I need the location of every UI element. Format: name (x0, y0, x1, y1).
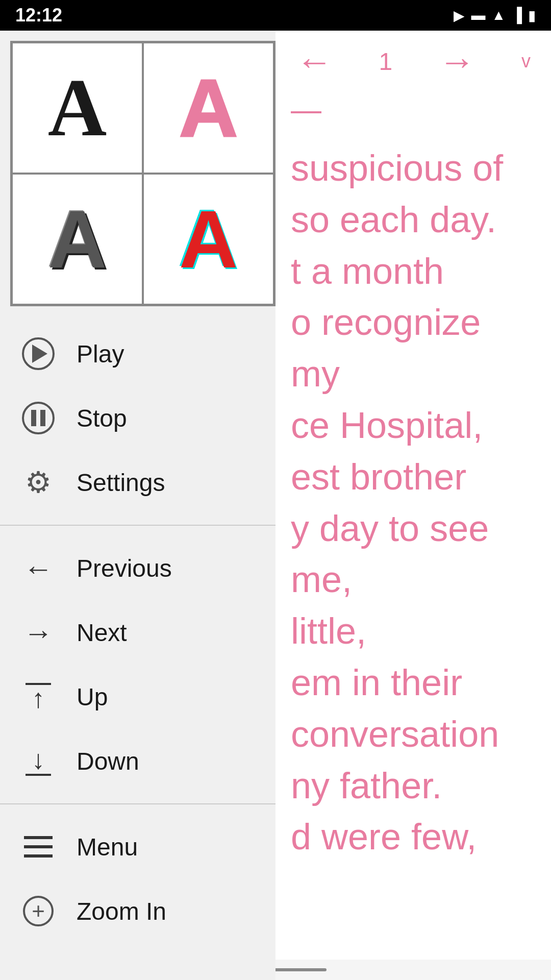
next-menu-item[interactable]: → Next (0, 600, 276, 665)
arrow-down-icon: ↓ (20, 743, 56, 779)
settings-menu-item[interactable]: ⚙ Settings (0, 450, 276, 514)
divider-1 (0, 525, 276, 526)
text-line-6: y day to see me, (291, 503, 536, 606)
next-label: Next (77, 619, 127, 647)
status-icons: ▶ ▬ ▲ ▐ ▮ (454, 7, 536, 24)
battery-icon: ▮ (528, 7, 536, 24)
down-label: Down (77, 747, 139, 775)
play-indicator-icon: ▶ (454, 7, 465, 24)
pause-circle (22, 402, 55, 434)
stop-icon (20, 400, 56, 436)
text-line-10: ny father. (291, 760, 536, 812)
status-bar: 12:12 ▶ ▬ ▲ ▐ ▮ (0, 0, 551, 31)
zoom-in-label: Zoom In (77, 897, 166, 925)
font-sample-plain: A (48, 61, 107, 155)
pause-bar-right (40, 410, 45, 426)
font-style-grid: A A A A (10, 41, 276, 306)
font-cell-dark[interactable]: A (12, 174, 143, 305)
menu-menu-item[interactable]: Menu (0, 815, 276, 879)
font-cell-red[interactable]: A (143, 174, 274, 305)
text-line-0: suspicious of (291, 142, 536, 194)
text-line-7: little, (291, 605, 536, 657)
previous-menu-item[interactable]: ← Previous (0, 536, 276, 600)
down-icon-shape: ↓ (26, 746, 51, 776)
signal-icon: ▐ (512, 7, 522, 23)
play-label: Play (77, 340, 124, 368)
burger-line-2 (24, 845, 53, 848)
reader-panel: ← 1 → v — suspicious of so each day. t a… (276, 31, 551, 980)
text-line-8: em in their (291, 657, 536, 708)
burger-line-1 (24, 836, 53, 839)
play-menu-item[interactable]: Play (0, 322, 276, 386)
menu-label: Menu (77, 833, 138, 861)
play-icon (20, 336, 56, 372)
font-sample-pink: A (179, 61, 238, 155)
play-circle (22, 337, 55, 370)
font-cell-pink[interactable]: A (143, 42, 274, 174)
text-line-3: o recognize my (291, 297, 536, 400)
down-arrow: ↓ (32, 746, 45, 773)
right-arrow-shape: → (23, 616, 53, 650)
reader-next-arrow[interactable]: → (439, 40, 475, 82)
status-time: 12:12 (15, 5, 62, 26)
settings-label: Settings (77, 469, 165, 497)
zoom-in-menu-item[interactable]: + Zoom In (0, 879, 276, 943)
playback-menu: Play Stop ⚙ Settings (0, 316, 276, 520)
reader-page-number: 1 (379, 47, 392, 76)
up-icon-shape: ↑ (26, 682, 51, 712)
navigation-menu: ← Previous → Next ↑ Up ↓ (0, 531, 276, 798)
plus-circle-shape: + (23, 896, 54, 926)
reader-v-indicator: v (521, 51, 531, 72)
reader-prev-arrow[interactable]: ← (296, 40, 333, 82)
font-sample-red: A (179, 192, 238, 286)
text-line-2: t a month (291, 246, 536, 297)
divider-2 (0, 803, 276, 804)
pause-bar-left (31, 410, 36, 426)
pink-dash: — (276, 92, 551, 127)
burger-shape (24, 836, 53, 857)
text-line-4: ce Hospital, (291, 400, 536, 451)
book-text: suspicious of so each day. t a month o r… (276, 132, 551, 873)
text-line-11: d were few, (291, 811, 536, 863)
previous-label: Previous (77, 554, 172, 582)
font-sample-dark: A (48, 192, 107, 286)
left-panel: A A A A Play (0, 31, 276, 980)
stop-menu-item[interactable]: Stop (0, 386, 276, 450)
down-base (26, 774, 51, 776)
arrow-right-icon: → (20, 615, 56, 650)
wifi-icon: ▲ (491, 7, 506, 23)
arrow-left-icon: ← (20, 550, 56, 586)
text-line-1: so each day. (291, 194, 536, 246)
reader-top-bar: ← 1 → v (276, 31, 551, 92)
up-arrow: ↑ (32, 685, 45, 712)
zoom-in-icon: + (20, 893, 56, 929)
text-line-5: est brother (291, 451, 536, 503)
play-triangle-shape (32, 345, 47, 363)
down-menu-item[interactable]: ↓ Down (0, 729, 276, 793)
burger-line-3 (24, 854, 53, 857)
up-menu-item[interactable]: ↑ Up (0, 665, 276, 729)
stop-label: Stop (77, 404, 127, 432)
gear-icon: ⚙ (25, 465, 52, 500)
text-line-9: conversation (291, 708, 536, 760)
pause-bars-shape (31, 410, 45, 426)
extra-menu: Menu + Zoom In (0, 810, 276, 948)
hamburger-icon (20, 829, 56, 865)
up-label: Up (77, 683, 108, 711)
document-icon: ▬ (471, 7, 485, 23)
arrow-up-icon: ↑ (20, 679, 56, 715)
settings-icon: ⚙ (20, 464, 56, 500)
left-arrow-shape: ← (23, 551, 53, 585)
font-cell-plain[interactable]: A (12, 42, 143, 174)
